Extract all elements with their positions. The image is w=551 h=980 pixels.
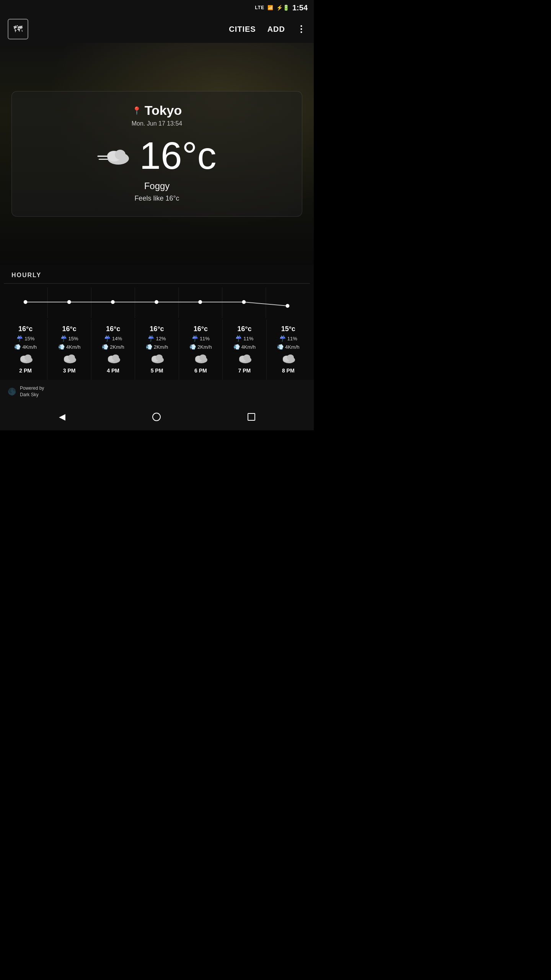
hour-cloud-icon-0 xyxy=(17,352,34,364)
nav-actions: CITIES ADD ⋮ xyxy=(229,24,306,34)
hour-time-4: 6 PM xyxy=(194,368,207,374)
hour-wind-3: 💨 2Km/h xyxy=(146,344,168,350)
footer-line1: Powered by xyxy=(20,385,44,392)
hour-precip-3: ☔ 12% xyxy=(148,335,166,341)
weather-condition-text: Foggy xyxy=(23,181,290,191)
hour-col-5: 16°c ☔ 11% 💨 4Km/h 7 PM xyxy=(223,320,266,380)
hour-temp-1: 16°c xyxy=(62,325,77,333)
hour-cloud-icon-3 xyxy=(148,352,165,364)
svg-point-29 xyxy=(156,354,163,361)
hour-temp-0: 16°c xyxy=(18,325,33,333)
hour-precip-5: ☔ 11% xyxy=(235,335,253,341)
status-bar: LTE 📶 ⚡🔋 1:54 xyxy=(0,0,314,15)
wind-value-6: 4Km/h xyxy=(285,344,300,350)
temperature-row: 16°c xyxy=(23,136,290,175)
wind-value-5: 4Km/h xyxy=(241,344,256,350)
wind-icon-2: 💨 xyxy=(102,344,108,350)
hour-temp-2: 16°c xyxy=(106,325,120,333)
footer: 🌑 Powered by Dark Sky xyxy=(0,380,314,403)
hour-precip-4: ☔ 11% xyxy=(192,335,210,341)
precip-icon-6: ☔ xyxy=(279,335,286,341)
hourly-section: HOURLY 16°c ☔ 15% xyxy=(0,265,314,380)
temperature-display: 16°c xyxy=(139,136,216,175)
wind-value-3: 2Km/h xyxy=(154,344,168,350)
top-nav: 🗺 CITIES ADD ⋮ xyxy=(0,15,314,43)
precip-value-1: 15% xyxy=(68,336,78,341)
hour-precip-2: ☔ 14% xyxy=(104,335,122,341)
city-name: Tokyo xyxy=(145,103,182,118)
logo-icon: 🗺 xyxy=(13,24,23,34)
wind-value-2: 2Km/h xyxy=(110,344,124,350)
hour-cloud-icon-6 xyxy=(280,352,297,364)
precip-value-4: 11% xyxy=(200,336,210,341)
svg-point-20 xyxy=(24,354,31,361)
wind-value-4: 2Km/h xyxy=(197,344,212,350)
hour-col-3: 16°c ☔ 12% 💨 2Km/h 5 PM xyxy=(135,320,179,380)
footer-text: Powered by Dark Sky xyxy=(20,385,44,398)
svg-point-32 xyxy=(199,354,206,361)
wind-icon-6: 💨 xyxy=(277,344,284,350)
lte-indicator: LTE xyxy=(255,5,264,10)
precip-value-0: 15% xyxy=(24,336,34,341)
more-menu-button[interactable]: ⋮ xyxy=(297,24,306,34)
hour-precip-1: ☔ 15% xyxy=(60,335,78,341)
hour-precip-6: ☔ 11% xyxy=(279,335,297,341)
feels-like-text: Feels like 16°c xyxy=(23,194,290,203)
svg-point-15 xyxy=(198,300,202,304)
weather-card: 📍 Tokyo Mon. Jun 17 13:54 16°c Foggy Fee… xyxy=(11,91,302,217)
hour-col-6: 15°c ☔ 11% 💨 4Km/h 8 PM xyxy=(267,320,310,380)
precip-value-2: 14% xyxy=(112,336,122,341)
hourly-header: HOURLY xyxy=(4,265,310,284)
hour-wind-0: 💨 4Km/h xyxy=(14,344,37,350)
hour-wind-1: 💨 4Km/h xyxy=(58,344,81,350)
hour-cloud-icon-1 xyxy=(61,352,78,364)
precip-icon-2: ☔ xyxy=(104,335,111,341)
hour-temp-5: 16°c xyxy=(237,325,251,333)
svg-point-38 xyxy=(287,354,294,361)
precip-icon-3: ☔ xyxy=(148,335,154,341)
hour-temp-6: 15°c xyxy=(281,325,295,333)
svg-point-13 xyxy=(111,300,115,304)
svg-point-4 xyxy=(115,150,126,160)
precip-value-6: 11% xyxy=(287,336,297,341)
wind-icon-0: 💨 xyxy=(14,344,21,350)
svg-point-17 xyxy=(286,304,290,308)
svg-point-12 xyxy=(67,300,71,304)
precip-icon-5: ☔ xyxy=(235,335,242,341)
hour-wind-2: 💨 2Km/h xyxy=(102,344,124,350)
hour-cloud-icon-4 xyxy=(192,352,209,364)
svg-point-11 xyxy=(24,300,28,304)
svg-point-16 xyxy=(242,300,246,304)
cities-button[interactable]: CITIES xyxy=(229,25,256,34)
wind-icon-3: 💨 xyxy=(146,344,152,350)
svg-point-35 xyxy=(243,354,250,361)
hour-col-2: 16°c ☔ 14% 💨 2Km/h 4 PM xyxy=(91,320,135,380)
hour-time-1: 3 PM xyxy=(63,368,76,374)
svg-point-26 xyxy=(112,354,119,361)
battery-icon: ⚡🔋 xyxy=(276,5,289,11)
temp-chart xyxy=(4,284,310,320)
back-button[interactable]: ◀ xyxy=(59,412,65,422)
svg-point-23 xyxy=(68,354,75,361)
android-nav-bar: ◀ xyxy=(0,403,314,430)
hour-wind-4: 💨 2Km/h xyxy=(189,344,212,350)
current-time: 1:54 xyxy=(292,3,308,12)
hour-temp-3: 16°c xyxy=(150,325,164,333)
hour-cloud-icon-5 xyxy=(236,352,253,364)
add-button[interactable]: ADD xyxy=(267,25,285,34)
hour-time-3: 5 PM xyxy=(151,368,163,374)
app-logo[interactable]: 🗺 xyxy=(8,19,28,39)
recents-button[interactable] xyxy=(248,413,255,421)
wind-value-1: 4Km/h xyxy=(66,344,81,350)
wind-icon-1: 💨 xyxy=(58,344,65,350)
precip-value-5: 11% xyxy=(243,336,253,341)
home-button[interactable] xyxy=(152,413,161,421)
hourly-columns: 16°c ☔ 15% 💨 4Km/h 2 PM 16°c ☔ 15% xyxy=(4,320,310,380)
weather-background: 📍 Tokyo Mon. Jun 17 13:54 16°c Foggy Fee… xyxy=(0,43,314,265)
hour-cloud-icon-2 xyxy=(105,352,122,364)
city-datetime: Mon. Jun 17 13:54 xyxy=(23,120,290,127)
precip-icon-0: ☔ xyxy=(16,335,23,341)
hour-time-6: 8 PM xyxy=(282,368,295,374)
precip-value-3: 12% xyxy=(156,336,166,341)
hour-time-5: 7 PM xyxy=(238,368,251,374)
